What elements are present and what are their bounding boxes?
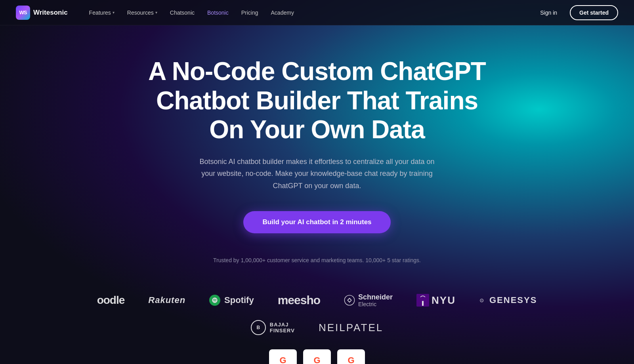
logos-section: oodle Rakuten Spotify meesho Schneider E… [0, 287, 634, 342]
logo-nyu: NYU [416, 294, 456, 307]
logo-bajaj: B BAJAJ FINSERV [251, 320, 295, 335]
nav-links: Features ▾ Resources ▾ Chatsonic Botsoni… [84, 6, 534, 19]
nav-item-resources[interactable]: Resources ▾ [122, 6, 163, 19]
review-badge-3: G ★★★★★ [337, 349, 365, 364]
spotify-icon [209, 295, 220, 306]
navbar: WS Writesonic Features ▾ Resources ▾ Cha… [0, 0, 634, 25]
signin-button[interactable]: Sign in [534, 6, 563, 19]
trust-text: Trusted by 1,00,000+ customer service an… [16, 257, 618, 263]
hero-title: A No-Code Custom ChatGPT Chatbot Builder… [139, 57, 495, 145]
cta-button[interactable]: Build your AI chatbot in 2 minutes [243, 211, 390, 233]
chevron-down-icon: ▾ [155, 10, 157, 15]
logo-spotify: Spotify [209, 295, 254, 306]
nyu-torch-icon [416, 294, 429, 307]
nav-item-botsonic[interactable]: Botsonic [202, 6, 234, 19]
logo-text: Writesonic [33, 9, 68, 17]
chevron-down-icon: ▾ [113, 10, 115, 15]
reviews-row: G ★★★★★ G ★★★★★ G ★★★★★ [0, 341, 634, 364]
logo-icon: WS [16, 6, 30, 20]
svg-rect-1 [422, 300, 424, 306]
logos-row-1: oodle Rakuten Spotify meesho Schneider E… [8, 287, 626, 314]
logo-rakuten: Rakuten [148, 295, 185, 305]
hero-section: A No-Code Custom ChatGPT Chatbot Builder… [0, 25, 634, 257]
svg-point-0 [344, 295, 354, 305]
logo-link[interactable]: WS Writesonic [16, 6, 68, 20]
logo-oodle: oodle [97, 294, 125, 307]
nav-item-chatsonic[interactable]: Chatsonic [164, 6, 200, 19]
nav-item-features[interactable]: Features ▾ [84, 6, 120, 19]
review-badge-1: G ★★★★★ [269, 349, 297, 364]
nav-item-academy[interactable]: Academy [265, 6, 300, 19]
review-badge-2: G ★★★★★ [303, 349, 331, 364]
logos-row-2: B BAJAJ FINSERV NEILPATEL [8, 314, 626, 341]
nav-right: Sign in Get started [534, 5, 618, 20]
logo-genesys: ⊙ GENESYS [479, 295, 537, 305]
get-started-button[interactable]: Get started [570, 5, 618, 20]
nav-item-pricing[interactable]: Pricing [236, 6, 264, 19]
logo-meesho: meesho [278, 293, 320, 307]
logo-neilpatel: NEILPATEL [319, 322, 383, 334]
logo-schneider: Schneider Electric [344, 293, 393, 308]
trust-section: Trusted by 1,00,000+ customer service an… [0, 257, 634, 287]
bajaj-circle-icon: B [251, 320, 266, 335]
hero-subtitle: Botsonic AI chatbot builder makes it eff… [194, 156, 440, 192]
